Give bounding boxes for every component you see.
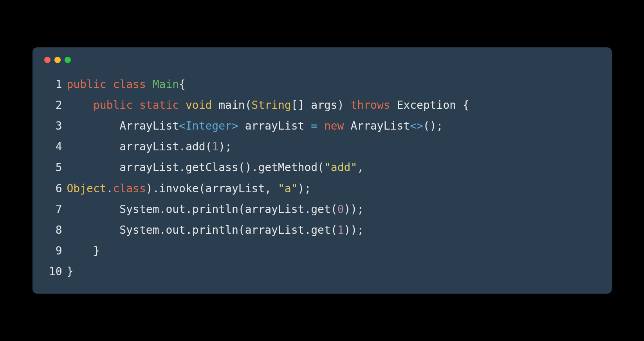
code-line: 10 } [44, 261, 600, 282]
line-content: System.out.println(arrayList.get(0)); [67, 199, 364, 220]
line-content: arrayList.getClass().getMethod("add", [67, 157, 364, 178]
close-icon[interactable] [44, 57, 51, 63]
line-number: 6 [44, 178, 62, 199]
line-content: arrayList.add(1); [67, 136, 232, 157]
code-line: 7 System.out.println(arrayList.get(0)); [44, 199, 600, 220]
line-number: 8 [44, 220, 62, 240]
line-number: 1 [44, 74, 62, 95]
line-content: public class Main{ [67, 74, 186, 95]
line-content: public static void main(String[] args) t… [67, 95, 469, 115]
line-number: 2 [44, 95, 62, 115]
maximize-icon[interactable] [65, 57, 71, 63]
line-number: 5 [44, 157, 62, 178]
code-line: 8 System.out.println(arrayList.get(1)); [44, 220, 600, 240]
window-controls [44, 57, 600, 63]
code-line: 2 public static void main(String[] args)… [44, 95, 600, 115]
minimize-icon[interactable] [54, 57, 61, 63]
code-area[interactable]: 1 public class Main{ 2 public static voi… [44, 74, 600, 282]
line-content: ArrayList<Integer> arrayList = new Array… [67, 115, 443, 136]
line-number: 3 [44, 115, 62, 136]
line-number: 10 [44, 261, 62, 282]
line-content: System.out.println(arrayList.get(1)); [67, 220, 364, 240]
line-content: Object.class).invoke(arrayList, "a"); [67, 178, 311, 199]
line-number: 7 [44, 199, 62, 220]
line-number: 9 [44, 240, 62, 261]
code-line: 6 Object.class).invoke(arrayList, "a"); [44, 178, 600, 199]
code-line: 9 } [44, 240, 600, 261]
code-line: 3 ArrayList<Integer> arrayList = new Arr… [44, 115, 600, 136]
line-content: } [67, 240, 100, 261]
line-number: 4 [44, 136, 62, 157]
code-line: 5 arrayList.getClass().getMethod("add", [44, 157, 600, 178]
code-line: 1 public class Main{ [44, 74, 600, 95]
line-content: } [67, 261, 74, 282]
code-line: 4 arrayList.add(1); [44, 136, 600, 157]
code-editor-window: 1 public class Main{ 2 public static voi… [32, 47, 612, 294]
